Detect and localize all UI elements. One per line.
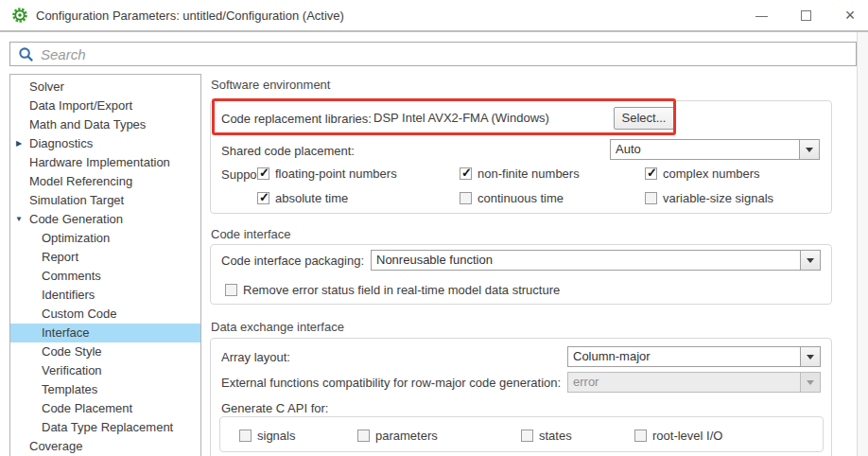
collapse-arrow-icon[interactable]: ▼ <box>13 210 25 229</box>
complex-numbers-label: complex numbers <box>663 167 760 181</box>
array-layout-label: Array layout: <box>221 350 290 364</box>
software-environment-group: Code replacement libraries: DSP Intel AV… <box>210 100 832 214</box>
sidebar-item-code-placement[interactable]: Code Placement <box>10 399 200 418</box>
minimize-button[interactable] <box>755 0 768 30</box>
sidebar-item-label: Templates <box>42 382 97 396</box>
sidebar-item-model-referencing[interactable]: Model Referencing <box>10 172 200 191</box>
minimize-icon <box>755 16 768 17</box>
parameters-checkbox[interactable] <box>357 430 370 442</box>
sidebar-item-data-import-export[interactable]: Data Import/Export <box>10 96 200 115</box>
sidebar-item-label: Identifiers <box>42 288 95 302</box>
close-button[interactable]: × <box>843 0 857 30</box>
complex-numbers-checkbox[interactable] <box>645 167 657 180</box>
row-major-compat-dropdown: error <box>567 372 821 393</box>
sidebar-item-label: Code Placement <box>42 401 132 415</box>
sidebar-item-label: Comments <box>42 269 101 283</box>
signals-label: signals <box>257 429 295 443</box>
window-title: Configuration Parameters: untitled/Confi… <box>36 9 344 23</box>
sidebar-item-interface[interactable]: Interface <box>10 324 200 342</box>
sidebar-item-label: Hardware Implementation <box>29 155 170 169</box>
search-input[interactable]: Search <box>9 42 857 66</box>
shared-code-placement-label: Shared code placement: <box>221 144 355 158</box>
sidebar-item-label: Verification <box>42 363 102 377</box>
sidebar-item-optimization[interactable]: Optimization <box>10 229 200 248</box>
states-label: states <box>539 429 572 443</box>
sidebar-item-label: Math and Data Types <box>29 117 146 132</box>
sidebar-item-label: Simulation Target <box>29 193 124 207</box>
sidebar-item-identifiers[interactable]: Identifiers <box>10 286 200 305</box>
window-controls: × <box>723 0 857 30</box>
dropdown-arrow-button[interactable] <box>800 347 820 366</box>
support-option: absolute time <box>257 190 348 205</box>
support-option: variable-size signals <box>645 190 773 205</box>
sidebar-item-comments[interactable]: Comments <box>10 267 200 286</box>
continuous-time-checkbox[interactable] <box>460 192 472 204</box>
shared-code-placement-dropdown[interactable]: Auto <box>610 139 820 160</box>
simulink-config-gear-icon <box>11 7 28 24</box>
sidebar-item-label: Model Referencing <box>29 174 132 188</box>
c-api-option: states <box>521 428 572 443</box>
floating-point-numbers-label: floating-point numbers <box>275 167 397 181</box>
dropdown-arrow-button <box>800 373 820 392</box>
continuous-time-label: continuous time <box>477 191 564 205</box>
row-major-compat-value: error <box>568 373 800 392</box>
scrollbar-track <box>857 32 868 456</box>
sidebar-item-label: Optimization <box>42 231 110 245</box>
sidebar-item-simulation-target[interactable]: Simulation Target <box>10 191 200 210</box>
remove-error-status-label: Remove error status field in real-time m… <box>243 283 560 297</box>
data-exchange-group: Array layout: Column-major External func… <box>210 338 832 456</box>
chevron-down-icon <box>806 148 813 152</box>
remove-error-status-checkbox[interactable] <box>225 284 237 296</box>
dropdown-arrow-button[interactable] <box>800 251 820 270</box>
absolute-time-checkbox[interactable] <box>257 192 269 204</box>
sidebar-item-label: Data Import/Export <box>29 98 132 113</box>
maximize-button[interactable] <box>799 0 812 30</box>
configuration-parameters-window: Configuration Parameters: untitled/Confi… <box>0 0 868 456</box>
dropdown-arrow-button[interactable] <box>799 140 819 159</box>
sidebar-item-label: Diagnostics <box>29 136 93 150</box>
sidebar-item-diagnostics[interactable]: ▶Diagnostics <box>10 134 200 153</box>
non-finite-numbers-checkbox[interactable] <box>460 167 472 180</box>
code-interface-packaging-dropdown[interactable]: Nonreusable function <box>371 250 821 271</box>
expand-arrow-icon[interactable]: ▶ <box>13 134 25 153</box>
parameters-label: parameters <box>375 429 438 443</box>
sidebar-item-data-type-replacement[interactable]: Data Type Replacement <box>10 418 200 437</box>
c-api-option: signals <box>239 428 295 443</box>
sidebar-item-report[interactable]: Report <box>10 248 200 267</box>
c-api-option: parameters <box>357 428 438 443</box>
section-title-data-exchange: Data exchange interface <box>211 320 344 334</box>
variable-size-signals-label: variable-size signals <box>663 191 773 205</box>
sidebar-item-custom-code[interactable]: Custom Code <box>10 305 200 324</box>
sidebar-item-code-style[interactable]: Code Style <box>10 342 200 361</box>
code-replacement-value: DSP Intel AVX2-FMA (Windows) <box>373 111 549 125</box>
category-tree: SolverData Import/ExportMath and Data Ty… <box>9 74 201 456</box>
sidebar-item-label: Custom Code <box>42 307 116 321</box>
sidebar-item-solver[interactable]: Solver <box>10 78 200 96</box>
c-api-options-group: signals parameters states root-level I/O <box>219 416 824 452</box>
array-layout-dropdown[interactable]: Column-major <box>567 346 821 367</box>
search-placeholder: Search <box>41 46 86 62</box>
states-checkbox[interactable] <box>521 430 533 442</box>
title-bar: Configuration Parameters: untitled/Confi… <box>0 0 868 32</box>
root-level-io-checkbox[interactable] <box>634 430 647 442</box>
remove-error-status-option: Remove error status field in real-time m… <box>225 282 560 297</box>
select-button[interactable]: Select... <box>614 107 674 130</box>
chevron-down-icon <box>807 258 814 263</box>
section-title-code-interface: Code interface <box>211 227 291 241</box>
sidebar-item-code-generation[interactable]: ▼Code Generation <box>10 210 200 229</box>
shared-code-placement-value: Auto <box>611 140 799 159</box>
variable-size-signals-checkbox[interactable] <box>645 192 657 204</box>
row-major-compat-label: External functions compatibility for row… <box>221 376 561 390</box>
sidebar-item-templates[interactable]: Templates <box>10 380 200 399</box>
section-title-software-environment: Software environment <box>211 78 330 92</box>
sidebar-item-math-and-data-types[interactable]: Math and Data Types <box>10 115 200 134</box>
settings-panel: Software environment Code replacement li… <box>210 74 832 456</box>
code-interface-group: Code interface packaging: Nonreusable fu… <box>210 244 832 305</box>
sidebar-item-hardware-implementation[interactable]: Hardware Implementation <box>10 153 200 172</box>
sidebar-item-verification[interactable]: Verification <box>10 361 200 380</box>
sidebar-item-coverage[interactable]: Coverage <box>10 437 200 456</box>
support-option: non-finite numbers <box>460 166 580 181</box>
floating-point-numbers-checkbox[interactable] <box>257 167 269 180</box>
chevron-down-icon <box>807 355 814 360</box>
signals-checkbox[interactable] <box>239 430 252 442</box>
